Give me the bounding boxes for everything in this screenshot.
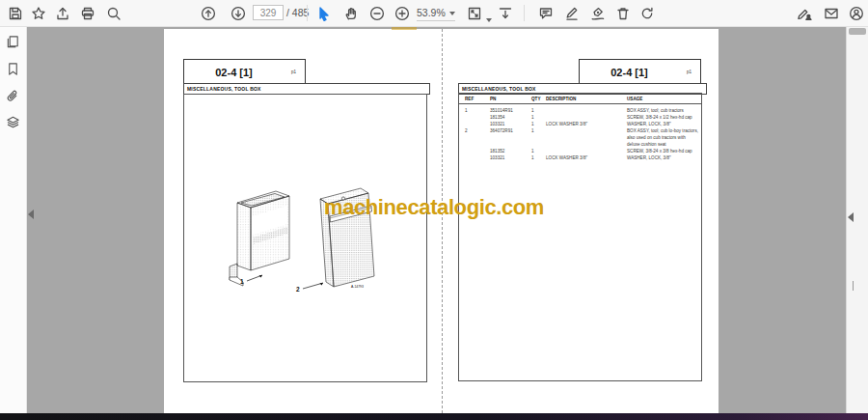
col-header-description: DESCRIPTION	[546, 96, 627, 102]
cell-description	[546, 107, 627, 114]
watermark-text: machinecatalogic.com	[318, 195, 550, 220]
cell-pn: 103321	[490, 121, 531, 127]
toolbar: / 485 53.9%	[0, 0, 868, 27]
save-icon[interactable]	[6, 4, 24, 22]
cell-ref	[465, 148, 490, 154]
scrollbar[interactable]	[846, 26, 868, 413]
cell-qty: 1	[531, 154, 546, 161]
cell-ref	[465, 154, 490, 161]
cell-pn: 351014R91	[490, 107, 531, 114]
cell-ref: 1	[465, 107, 490, 114]
share-review-icon[interactable]	[795, 4, 813, 22]
cell-description: LOCK WASHER 3/8"	[546, 121, 627, 127]
delete-icon[interactable]	[613, 4, 632, 22]
cell-qty: 1	[531, 127, 546, 148]
parts-table-header-row: REF PN QTY DESCRIPTION USAGE	[459, 94, 701, 104]
scrollbar-tick	[853, 281, 854, 291]
chevron-down-icon	[449, 12, 455, 15]
collapse-right-panel-arrow[interactable]	[848, 212, 854, 222]
fit-width-icon[interactable]	[496, 4, 514, 22]
cell-usage: WASHER, LOCK, 3/8"	[627, 154, 698, 161]
zoom-out-icon[interactable]	[367, 4, 386, 22]
figure-label-2: 2	[296, 286, 300, 293]
collapse-left-panel-arrow[interactable]	[28, 210, 34, 219]
email-icon[interactable]	[822, 4, 840, 22]
table-row: 181352 1 SCREW, 3/8-24 x 3/8 hex-hd cap	[459, 148, 701, 154]
table-row: 1 351014R91 1 BOX ASSY, tool; cub tracto…	[459, 107, 701, 114]
navigation-sidebar	[0, 26, 27, 413]
table-row: 103321 1 LOCK WASHER 3/8" WASHER, LOCK, …	[459, 154, 701, 161]
cell-usage: BOX ASSY, tool; cub tractors	[627, 107, 698, 114]
drawing-reference-number: A-14793	[351, 285, 364, 289]
zoom-level-dropdown[interactable]: 53.9%	[417, 7, 455, 21]
star-icon[interactable]	[29, 4, 47, 22]
left-page-subheader-box: p1	[283, 59, 306, 85]
tool-box-1	[230, 191, 289, 286]
toolbar-separator	[307, 5, 308, 21]
cell-usage: BOX ASSY, tool; cub lo-boy tractors, als…	[627, 127, 698, 148]
toolbar-separator	[524, 5, 525, 21]
right-page-subheader-box: p1	[678, 59, 701, 85]
figure-label-1: 1	[240, 278, 244, 285]
page-count-label: / 485	[286, 7, 309, 18]
col-header-pn: PN	[490, 96, 531, 102]
page-break-divider	[442, 29, 443, 413]
cell-ref: 2	[465, 127, 490, 148]
watermark-artifact	[392, 27, 417, 30]
bottom-taskbar-edge	[0, 413, 868, 420]
fit-page-icon[interactable]	[465, 4, 483, 22]
col-header-qty: QTY	[531, 96, 546, 102]
next-page-icon[interactable]	[229, 4, 247, 22]
cell-qty: 1	[531, 121, 546, 127]
cell-description	[546, 127, 627, 148]
scrollbar-thumb[interactable]	[849, 28, 866, 35]
cell-qty: 1	[531, 148, 546, 154]
tool-box-diagram: 1 2 A-14793	[228, 174, 382, 295]
col-header-ref: REF	[465, 96, 490, 102]
left-page-header-box: 02-4 [1]	[183, 59, 285, 85]
cell-qty: 1	[531, 114, 546, 121]
page-number-input[interactable]	[253, 5, 284, 20]
cell-pn: 103321	[490, 154, 531, 161]
cell-ref	[465, 121, 490, 127]
cell-pn: 181354	[490, 114, 531, 121]
layers-icon[interactable]	[6, 115, 21, 130]
cell-usage: WASHER, LOCK, 3/8"	[627, 121, 698, 127]
cell-description	[546, 148, 627, 154]
table-row: 181354 1 SCREW, 3/8-24 x 1/2 hex-hd cap	[459, 114, 701, 121]
col-header-usage: USAGE	[627, 96, 698, 102]
cell-usage: SCREW, 3/8-24 x 3/8 hex-hd cap	[627, 148, 698, 154]
cell-description: LOCK WASHER 3/8"	[546, 154, 627, 161]
previous-page-icon[interactable]	[199, 4, 217, 22]
cell-pn: 364072R91	[490, 127, 531, 148]
document-viewport: 02-4 [1] p1 MISCELLANEOUS, TOOL BOX	[27, 26, 846, 413]
bookmarks-icon[interactable]	[6, 62, 21, 77]
rotate-icon[interactable]	[637, 4, 656, 22]
hand-tool-icon[interactable]	[341, 4, 360, 22]
search-icon[interactable]	[104, 4, 122, 22]
highlight-icon[interactable]	[562, 4, 581, 22]
parts-table: REF PN QTY DESCRIPTION USAGE 1 351014R91…	[458, 93, 702, 381]
pointer-tool-icon[interactable]	[314, 4, 333, 22]
parts-table-body: 1 351014R91 1 BOX ASSY, tool; cub tracto…	[459, 104, 701, 161]
zoom-in-icon[interactable]	[393, 4, 411, 22]
table-row: 2 364072R91 1 BOX ASSY, tool; cub lo-boy…	[459, 127, 701, 148]
table-row: 103321 1 LOCK WASHER 3/8" WASHER, LOCK, …	[459, 121, 701, 127]
attachments-icon[interactable]	[6, 89, 21, 104]
comment-icon[interactable]	[536, 4, 555, 22]
upload-icon[interactable]	[53, 4, 71, 22]
cell-qty: 1	[531, 107, 546, 114]
account-icon[interactable]	[847, 4, 865, 22]
print-icon[interactable]	[78, 4, 96, 22]
pdf-page-spread: 02-4 [1] p1 MISCELLANEOUS, TOOL BOX	[164, 29, 719, 413]
cell-usage: SCREW, 3/8-24 x 1/2 hex-hd cap	[627, 114, 698, 121]
right-page-header-box: 02-4 [1]	[579, 59, 680, 85]
cell-ref	[465, 114, 490, 121]
chevron-down-icon[interactable]	[482, 11, 492, 28]
cell-description	[546, 114, 627, 121]
cell-pn: 181352	[490, 148, 531, 154]
signature-icon[interactable]	[588, 4, 607, 22]
zoom-level-value: 53.9%	[417, 7, 446, 18]
page-thumbnails-icon[interactable]	[6, 35, 21, 50]
